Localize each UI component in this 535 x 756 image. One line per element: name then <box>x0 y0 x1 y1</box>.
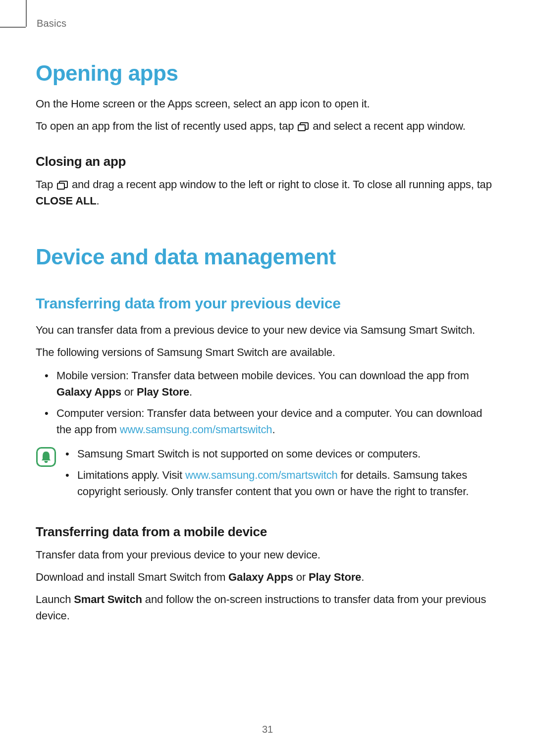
body-text: The following versions of Samsung Smart … <box>36 344 499 360</box>
note-list: Samsung Smart Switch is not supported on… <box>63 446 499 504</box>
text-fragment: and select a recent app window. <box>310 120 465 132</box>
text-fragment: . <box>272 423 275 436</box>
text-bold: Galaxy Apps <box>228 571 293 583</box>
page-number: 31 <box>0 724 535 735</box>
recent-apps-icon <box>57 181 68 190</box>
link-smartswitch[interactable]: www.samsung.com/smartswitch <box>120 423 272 436</box>
text-fragment: . <box>189 386 192 398</box>
text-fragment: Download and install Smart Switch from <box>36 571 228 583</box>
heading-transferring-previous: Transferring data from your previous dev… <box>36 295 499 312</box>
body-text: Transfer data from your previous device … <box>36 547 499 563</box>
text-bold: CLOSE ALL <box>36 195 97 207</box>
body-text: You can transfer data from a previous de… <box>36 322 499 338</box>
list-item: Samsung Smart Switch is not supported on… <box>77 446 499 462</box>
corner-decoration-v <box>26 0 27 27</box>
body-text: On the Home screen or the Apps screen, s… <box>36 96 499 112</box>
list-item: Computer version: Transfer data between … <box>56 405 499 438</box>
list-item: Limitations apply. Visit www.samsung.com… <box>77 467 499 500</box>
body-text: Tap and drag a recent app window to the … <box>36 176 499 209</box>
heading-closing-an-app: Closing an app <box>36 154 499 169</box>
text-fragment: . <box>361 571 364 583</box>
text-bold: Play Store <box>309 571 361 583</box>
link-smartswitch[interactable]: www.samsung.com/smartswitch <box>185 469 338 481</box>
corner-decoration-h <box>0 27 26 28</box>
note-bell-icon <box>36 447 56 467</box>
svg-rect-0 <box>298 125 305 131</box>
list-item: Mobile version: Transfer data between mo… <box>56 367 499 400</box>
heading-opening-apps: Opening apps <box>36 61 499 86</box>
bullet-list: Mobile version: Transfer data between mo… <box>36 367 499 438</box>
text-bold: Smart Switch <box>74 593 142 605</box>
text-fragment: Launch <box>36 593 74 605</box>
text-fragment: Limitations apply. Visit <box>77 469 185 481</box>
breadcrumb: Basics <box>37 18 499 29</box>
text-fragment: . <box>97 195 100 207</box>
text-fragment: Mobile version: Transfer data between mo… <box>56 369 469 382</box>
text-fragment: or <box>121 386 137 398</box>
svg-rect-1 <box>57 183 64 189</box>
body-text: To open an app from the list of recently… <box>36 118 499 134</box>
body-text: Launch Smart Switch and follow the on-sc… <box>36 591 499 624</box>
heading-transferring-mobile: Transferring data from a mobile device <box>36 524 499 540</box>
body-text: Download and install Smart Switch from G… <box>36 569 499 585</box>
note-block: Samsung Smart Switch is not supported on… <box>36 446 499 504</box>
text-fragment: and drag a recent app window to the left… <box>69 178 492 191</box>
heading-device-data-management: Device and data management <box>36 245 499 269</box>
text-fragment: Tap <box>36 178 56 191</box>
text-fragment: To open an app from the list of recently… <box>36 120 297 132</box>
text-bold: Play Store <box>137 386 189 398</box>
text-fragment: or <box>293 571 309 583</box>
text-bold: Galaxy Apps <box>56 386 121 398</box>
recent-apps-icon <box>298 122 309 131</box>
